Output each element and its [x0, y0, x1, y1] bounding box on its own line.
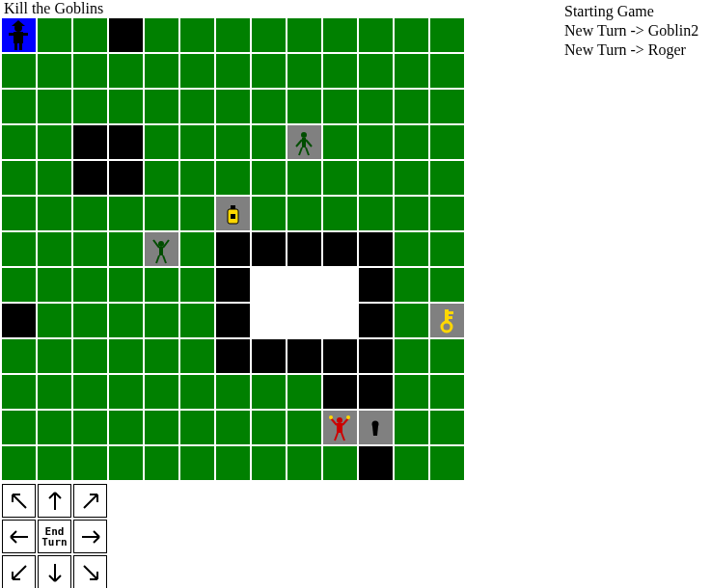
- grid-cell[interactable]: [2, 90, 36, 123]
- grid-cell[interactable]: [323, 125, 357, 159]
- grid-cell[interactable]: [216, 339, 250, 373]
- grid-cell[interactable]: [359, 411, 393, 444]
- grid-cell[interactable]: [359, 161, 393, 195]
- grid-cell[interactable]: [180, 54, 214, 88]
- grid-cell[interactable]: [430, 232, 464, 266]
- grid-cell[interactable]: [430, 197, 464, 230]
- grid-cell[interactable]: [252, 375, 286, 409]
- grid-cell[interactable]: [180, 339, 214, 373]
- move-e-button[interactable]: [73, 520, 107, 553]
- grid-cell[interactable]: [145, 90, 178, 123]
- grid-cell[interactable]: [323, 268, 357, 302]
- grid-cell[interactable]: [216, 411, 250, 444]
- grid-cell[interactable]: [216, 446, 250, 480]
- grid-cell[interactable]: [2, 268, 36, 302]
- grid-cell[interactable]: [287, 232, 321, 266]
- move-s-button[interactable]: [38, 555, 71, 588]
- grid-cell[interactable]: [430, 268, 464, 302]
- grid-cell[interactable]: [287, 375, 321, 409]
- grid-cell[interactable]: [359, 197, 393, 230]
- grid-cell[interactable]: [359, 125, 393, 159]
- move-se-button[interactable]: [73, 555, 107, 588]
- grid-cell[interactable]: [2, 125, 36, 159]
- grid-cell[interactable]: [145, 54, 178, 88]
- grid-cell[interactable]: [323, 197, 357, 230]
- move-nw-button[interactable]: [2, 484, 36, 518]
- grid-cell[interactable]: [359, 339, 393, 373]
- grid-cell[interactable]: [359, 375, 393, 409]
- grid-cell[interactable]: [73, 125, 107, 159]
- grid-cell[interactable]: [180, 411, 214, 444]
- grid-cell[interactable]: [180, 304, 214, 337]
- grid-cell[interactable]: [323, 375, 357, 409]
- grid-cell[interactable]: [430, 125, 464, 159]
- grid-cell[interactable]: [359, 232, 393, 266]
- grid-cell[interactable]: [430, 339, 464, 373]
- grid-cell[interactable]: [252, 339, 286, 373]
- grid-cell[interactable]: [395, 18, 428, 52]
- grid-cell[interactable]: [180, 197, 214, 230]
- grid-cell[interactable]: [38, 161, 71, 195]
- grid-cell[interactable]: [430, 18, 464, 52]
- grid-cell[interactable]: [38, 446, 71, 480]
- grid-cell[interactable]: [145, 232, 178, 266]
- grid-cell[interactable]: [145, 304, 178, 337]
- move-w-button[interactable]: [2, 520, 36, 553]
- grid-cell[interactable]: [252, 446, 286, 480]
- grid-cell[interactable]: [395, 232, 428, 266]
- grid-cell[interactable]: [180, 90, 214, 123]
- grid-cell[interactable]: [359, 54, 393, 88]
- grid-cell[interactable]: [430, 446, 464, 480]
- grid-cell[interactable]: [109, 304, 143, 337]
- grid-cell[interactable]: [430, 90, 464, 123]
- grid-cell[interactable]: [287, 304, 321, 337]
- grid-cell[interactable]: [145, 339, 178, 373]
- grid-cell[interactable]: [73, 339, 107, 373]
- grid-cell[interactable]: [2, 304, 36, 337]
- grid-cell[interactable]: [430, 161, 464, 195]
- grid-cell[interactable]: [323, 304, 357, 337]
- grid-cell[interactable]: [359, 268, 393, 302]
- grid-cell[interactable]: [287, 125, 321, 159]
- grid-cell[interactable]: [395, 197, 428, 230]
- grid-cell[interactable]: [216, 304, 250, 337]
- grid-cell[interactable]: [359, 18, 393, 52]
- grid-cell[interactable]: [430, 54, 464, 88]
- grid-cell[interactable]: [73, 375, 107, 409]
- grid-cell[interactable]: [109, 268, 143, 302]
- grid-cell[interactable]: [38, 54, 71, 88]
- grid-cell[interactable]: [323, 90, 357, 123]
- grid-cell[interactable]: [252, 268, 286, 302]
- grid-cell[interactable]: [216, 54, 250, 88]
- grid-cell[interactable]: [287, 339, 321, 373]
- grid-cell[interactable]: [395, 339, 428, 373]
- grid-cell[interactable]: [323, 411, 357, 444]
- grid-cell[interactable]: [395, 304, 428, 337]
- grid-cell[interactable]: [216, 18, 250, 52]
- grid-cell[interactable]: [73, 90, 107, 123]
- grid-cell[interactable]: [216, 268, 250, 302]
- grid-cell[interactable]: [38, 197, 71, 230]
- grid-cell[interactable]: [395, 446, 428, 480]
- grid-cell[interactable]: [73, 18, 107, 52]
- grid-cell[interactable]: [323, 446, 357, 480]
- grid-cell[interactable]: [216, 197, 250, 230]
- grid-cell[interactable]: [395, 54, 428, 88]
- grid-cell[interactable]: [359, 304, 393, 337]
- grid-cell[interactable]: [109, 446, 143, 480]
- grid-cell[interactable]: [252, 161, 286, 195]
- grid-cell[interactable]: [2, 161, 36, 195]
- grid-cell[interactable]: [38, 411, 71, 444]
- grid-cell[interactable]: [73, 304, 107, 337]
- grid-cell[interactable]: [145, 446, 178, 480]
- grid-cell[interactable]: [359, 446, 393, 480]
- grid-cell[interactable]: [430, 304, 464, 337]
- grid-cell[interactable]: [38, 268, 71, 302]
- grid-cell[interactable]: [287, 54, 321, 88]
- grid-cell[interactable]: [109, 339, 143, 373]
- grid-cell[interactable]: [287, 411, 321, 444]
- grid-cell[interactable]: [216, 90, 250, 123]
- grid-cell[interactable]: [38, 90, 71, 123]
- grid-cell[interactable]: [395, 90, 428, 123]
- grid-cell[interactable]: [323, 339, 357, 373]
